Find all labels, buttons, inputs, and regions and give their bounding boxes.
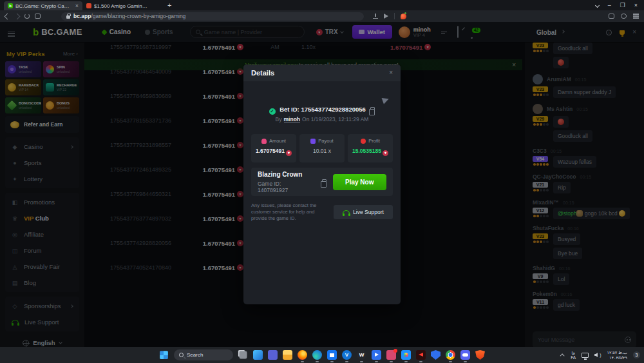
browser-menu-icon[interactable] xyxy=(633,15,639,17)
clock[interactable]: ب.ظ ۱۲:۵۷۱۴۰۴/۵/۲۹ xyxy=(607,350,627,360)
share-icon[interactable] xyxy=(384,14,388,19)
teams-taskbar-icon[interactable] xyxy=(268,350,278,360)
discord-taskbar-icon[interactable] xyxy=(460,350,470,360)
edge-taskbar-icon[interactable] xyxy=(312,350,322,360)
modal-title: Details xyxy=(251,69,274,77)
headset-icon xyxy=(343,210,350,215)
sidebar-toggle-icon[interactable] xyxy=(609,14,614,19)
url-field[interactable]: bc.app/game/blazing-crown-by-amigo-gamin… xyxy=(61,12,364,21)
windows-taskbar: Search VW xyxy=(0,347,644,363)
taskbar-search[interactable]: Search xyxy=(174,349,233,360)
browser-tabstrip: b BC.Game: Crypto Casino Games & × $1,50… xyxy=(0,0,644,10)
payout-icon xyxy=(310,139,316,144)
game-name: Blazing Crown xyxy=(258,171,313,178)
window-chevron-icon[interactable] xyxy=(595,3,600,7)
divider xyxy=(394,13,395,19)
store-taskbar-icon[interactable] xyxy=(327,350,337,360)
brave-taskbar-icon[interactable] xyxy=(475,350,485,360)
share-app-taskbar-icon[interactable] xyxy=(386,350,396,360)
media-player-taskbar-icon[interactable] xyxy=(372,350,381,360)
browser-tab-bcgame[interactable]: b BC.Game: Crypto Casino Games & × xyxy=(4,1,82,10)
adobe-app-taskbar-icon[interactable] xyxy=(416,350,426,360)
browser-tab-promo[interactable]: $1,500 Amigo Gaming Mid-Week Mu xyxy=(82,1,161,10)
extension-icon[interactable] xyxy=(401,14,406,19)
copy-game-id-icon[interactable] xyxy=(322,179,327,184)
explorer-taskbar-icon[interactable] xyxy=(283,350,292,360)
payout-card: Payout 10.01 x xyxy=(299,134,345,162)
task-view-taskbar-icon[interactable] xyxy=(240,351,247,359)
promo-favicon xyxy=(86,3,91,8)
bet-details-modal: Details × ✓ Bet ID: 1755437742928820056 … xyxy=(243,64,401,304)
wallet-panel-icon[interactable] xyxy=(621,14,627,19)
w-app-taskbar-icon[interactable]: W xyxy=(357,350,366,360)
reload-icon[interactable] xyxy=(24,14,30,19)
language-indicator[interactable]: فاFA xyxy=(571,351,576,360)
window-close-button[interactable]: × xyxy=(634,3,638,8)
tab-title: $1,500 Amigo Gaming Mid-Week Mu xyxy=(94,3,149,9)
browser-addressbar: bc.app/game/blazing-crown-by-amigo-gamin… xyxy=(0,10,644,22)
lock-icon xyxy=(66,15,70,19)
volume-icon[interactable] xyxy=(594,353,598,357)
verified-icon: ✓ xyxy=(269,108,276,115)
live-support-button[interactable]: Live Support xyxy=(334,205,393,219)
screen: b BC.Game: Crypto Casino Games & × $1,50… xyxy=(0,0,644,363)
amount-icon xyxy=(261,139,267,144)
forward-icon[interactable] xyxy=(14,13,21,19)
amount-card: Amount 1.67075491▾ xyxy=(251,134,296,162)
bet-user-link[interactable]: minoh xyxy=(284,116,301,123)
game-card: Blazing Crown Game ID: 1407891927 Play N… xyxy=(251,168,393,196)
trx-coin-icon: ▾ xyxy=(383,150,388,156)
bcgame-favicon: b xyxy=(8,3,13,8)
bet-id-line: ✓ Bet ID: 1755437742928820056 xyxy=(243,106,401,115)
copy-bet-id-icon[interactable] xyxy=(370,107,375,112)
url-text: bc.app/game/blazing-crown-by-amigo-gamin… xyxy=(73,13,185,19)
notification-center-badge[interactable]: 3 xyxy=(633,351,640,358)
share-bet-icon[interactable] xyxy=(382,96,390,104)
bet-meta-line: ByminohOn 1/19/2023, 12:11:29 AM xyxy=(243,116,401,123)
photos-taskbar-icon[interactable] xyxy=(401,350,411,360)
profit-card: Profit 15.0535185▾ xyxy=(348,134,393,162)
tab-title: BC.Game: Crypto Casino Games & xyxy=(15,3,71,9)
chrome-taskbar-icon[interactable] xyxy=(446,350,455,360)
search-icon xyxy=(179,353,184,357)
security-taskbar-icon[interactable] xyxy=(431,350,440,360)
start-button[interactable] xyxy=(160,351,168,359)
game-id: Game ID: 1407891927 xyxy=(258,181,313,193)
widgets-taskbar-icon[interactable] xyxy=(253,350,263,360)
bet-id-value: 1755437742928820056 xyxy=(301,106,365,113)
trx-coin-icon: ▾ xyxy=(286,150,292,156)
reading-list-icon[interactable] xyxy=(35,14,41,19)
system-tray: فاFA ) ب.ظ ۱۲:۵۷۱۴۰۴/۵/۲۹ 3 xyxy=(562,347,640,363)
back-icon[interactable] xyxy=(5,13,11,19)
support-note: Any issues, please contact the customer … xyxy=(251,202,327,222)
profit-icon xyxy=(361,139,366,144)
v-app-taskbar-icon[interactable]: V xyxy=(342,350,352,360)
new-tab-button[interactable]: + xyxy=(167,1,171,9)
play-now-button[interactable]: Play Now xyxy=(333,174,387,190)
modal-close-icon[interactable]: × xyxy=(389,70,393,76)
window-restore-button[interactable]: ❐ xyxy=(620,3,625,8)
download-icon[interactable] xyxy=(373,14,378,19)
network-icon[interactable] xyxy=(582,353,589,358)
tab-close-icon[interactable]: × xyxy=(75,3,79,9)
bet-date: 1/19/2023, 12:11:29 AM xyxy=(311,116,369,123)
window-minimize-button[interactable]: – xyxy=(608,3,611,8)
firefox-taskbar-icon[interactable] xyxy=(298,350,307,360)
